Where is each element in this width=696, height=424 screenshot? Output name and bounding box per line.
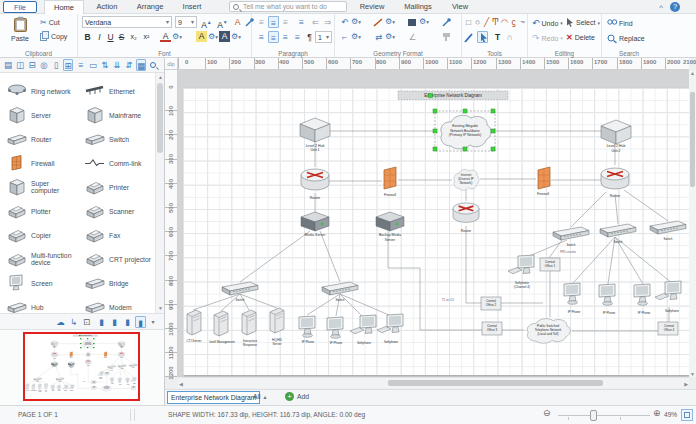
list-view-icon[interactable]: ≡: [76, 59, 86, 71]
connector-corner-icon[interactable]: ⌐: [339, 31, 350, 43]
ellipse-tool-icon[interactable]: ○: [473, 16, 482, 28]
shape-item-bridge[interactable]: Bridge: [84, 271, 156, 295]
scroll-up-icon[interactable]: ▲: [689, 70, 696, 76]
italic-button[interactable]: I: [94, 31, 105, 43]
chevron-down-icon[interactable]: ▾: [149, 316, 157, 328]
page-icon[interactable]: ▯: [51, 59, 61, 71]
tab-home[interactable]: Home: [44, 0, 84, 14]
highlight-options[interactable]: ⚙▾: [208, 32, 218, 41]
shape-item-super-computer[interactable]: Super computer: [6, 175, 78, 199]
swap-options[interactable]: ⚙▾: [385, 32, 395, 41]
zoom-slider-thumb[interactable]: [590, 410, 597, 421]
shape-item-multi-function-device[interactable]: Multi-function device: [6, 247, 78, 271]
scroll-left-icon[interactable]: ◀: [179, 381, 183, 387]
shape-item-printer[interactable]: Printer: [84, 175, 156, 199]
preview-viewport-box[interactable]: [23, 332, 140, 401]
zoom-page-icon[interactable]: ▮: [96, 316, 107, 328]
align-bottom-icon[interactable]: ≡: [280, 16, 291, 28]
corner-options[interactable]: ⚙▾: [351, 32, 361, 41]
fit-to-window-icon[interactable]: [681, 409, 693, 421]
scroll-right-icon[interactable]: ▶: [684, 381, 688, 387]
shape-item-screen[interactable]: Screen: [6, 271, 78, 295]
replace-button[interactable]: Replace: [607, 33, 645, 43]
monitor-icon[interactable]: ⊡: [81, 316, 92, 328]
zoom-out-icon[interactable]: ⊖: [543, 408, 551, 418]
select-button[interactable]: Select ▾: [566, 18, 600, 27]
tab-view[interactable]: View: [444, 0, 476, 14]
library-icon[interactable]: ▤: [3, 59, 13, 71]
bold-button[interactable]: B: [82, 31, 93, 43]
page-tab-active[interactable]: Enterprise Network Diagram: [167, 391, 260, 404]
subscript-button[interactable]: x₂: [128, 31, 139, 43]
shrink-font-icon[interactable]: A▼: [217, 16, 228, 28]
fill-options[interactable]: ⚙▾: [419, 17, 429, 26]
tab-review[interactable]: Review: [352, 0, 392, 14]
align-center-icon[interactable]: ≡: [268, 31, 279, 43]
text-style-options[interactable]: ⚙▾: [231, 32, 241, 41]
horizontal-scrollbar[interactable]: ◀ ▶: [178, 377, 689, 388]
text-tool-icon[interactable]: T: [492, 31, 503, 43]
shape-item-switch[interactable]: Switch: [84, 127, 156, 151]
collapse-ribbon-icon[interactable]: ^: [659, 3, 663, 12]
redo-button[interactable]: ↷ Redo ▾: [532, 33, 563, 43]
font-color-button[interactable]: A: [160, 31, 171, 42]
icon-view-icon[interactable]: ▦: [136, 59, 146, 71]
rectangle-tool-icon[interactable]: □: [464, 16, 473, 28]
copy-button[interactable]: Copy: [40, 31, 67, 41]
scroll-down-icon[interactable]: ▼: [156, 304, 165, 313]
delete-button[interactable]: ✕ Delete: [566, 33, 595, 42]
underline-button[interactable]: U: [105, 31, 116, 43]
drawing-page[interactable]: [183, 88, 689, 375]
shape-item-server[interactable]: Server: [6, 103, 78, 127]
rotate-shape-icon[interactable]: ↶: [339, 16, 350, 28]
curve-tool-icon[interactable]: ϛ: [509, 16, 518, 28]
crop-tool-icon[interactable]: ∩: [504, 31, 515, 43]
sort-desc-icon[interactable]: ⇵: [124, 59, 134, 71]
fill-style-icon[interactable]: [407, 17, 418, 29]
pen-tool-icon[interactable]: [464, 32, 475, 44]
page-all-button[interactable]: All ▲: [253, 393, 267, 400]
sort-asc-icon[interactable]: ⇊: [112, 59, 122, 71]
shape-item-fax[interactable]: Fax: [84, 223, 156, 247]
line-spacing-combo[interactable]: 1▾: [315, 31, 332, 43]
scroll-down-icon[interactable]: ▼: [689, 371, 696, 377]
change-case-icon[interactable]: A: [232, 16, 243, 28]
pilcrow-icon[interactable]: ¶: [304, 31, 315, 43]
superscript-button[interactable]: x²: [141, 31, 152, 43]
line-tool-icon[interactable]: ╱: [482, 16, 491, 28]
paste-button[interactable]: Paste: [6, 16, 34, 42]
angle-tool-icon[interactable]: ∠: [407, 31, 418, 43]
scrollbar-thumb[interactable]: [157, 83, 163, 153]
shape-item-firewall[interactable]: Firewall: [6, 151, 78, 175]
shape-item-scanner[interactable]: Scanner: [84, 199, 156, 223]
line-style-icon[interactable]: [373, 17, 384, 29]
new-library-icon[interactable]: ◫: [15, 59, 25, 71]
decrease-indent-icon[interactable]: ⇐: [310, 16, 321, 28]
grow-font-icon[interactable]: A▲: [201, 16, 212, 28]
justify-icon[interactable]: ≡: [292, 31, 303, 43]
canvas-viewport[interactable]: [178, 70, 689, 377]
swap-geometry-icon[interactable]: ⇄: [373, 31, 384, 43]
tab-arrange[interactable]: Arrange: [128, 0, 172, 14]
rotate-options[interactable]: ⚙▾: [351, 17, 361, 26]
increase-indent-icon[interactable]: ⇒: [322, 16, 333, 28]
text-style-button[interactable]: A: [219, 31, 230, 42]
zoom-slider-track[interactable]: [558, 415, 650, 416]
tab-file[interactable]: File: [3, 1, 37, 13]
connector-tool-icon[interactable]: ↳: [68, 316, 79, 328]
vertical-scrollbar[interactable]: ▲ ▼: [689, 70, 696, 377]
align-middle-icon[interactable]: ≡: [268, 16, 279, 28]
tell-me-search[interactable]: Tell me what you want to do: [229, 1, 347, 12]
find-button[interactable]: Find: [607, 18, 633, 28]
shape-item-ring-network[interactable]: Ring network: [6, 79, 78, 103]
align-right-icon[interactable]: ≡: [280, 31, 291, 43]
tab-insert[interactable]: Insert: [174, 0, 210, 14]
shape-item-crt-projector[interactable]: CRT projector: [84, 247, 156, 271]
pointer-tool-icon[interactable]: [477, 31, 488, 43]
polyline-tool-icon[interactable]: Ͳ: [491, 16, 500, 28]
horizontal-ruler[interactable]: 0 100 200 300 400 500 600 700 800 900 10…: [178, 58, 689, 70]
search-shapes-icon[interactable]: [150, 62, 156, 68]
text-highlight-button[interactable]: A: [196, 31, 207, 42]
arc-tool-icon[interactable]: ◠: [500, 16, 509, 28]
align-top-icon[interactable]: ≡: [256, 16, 267, 28]
